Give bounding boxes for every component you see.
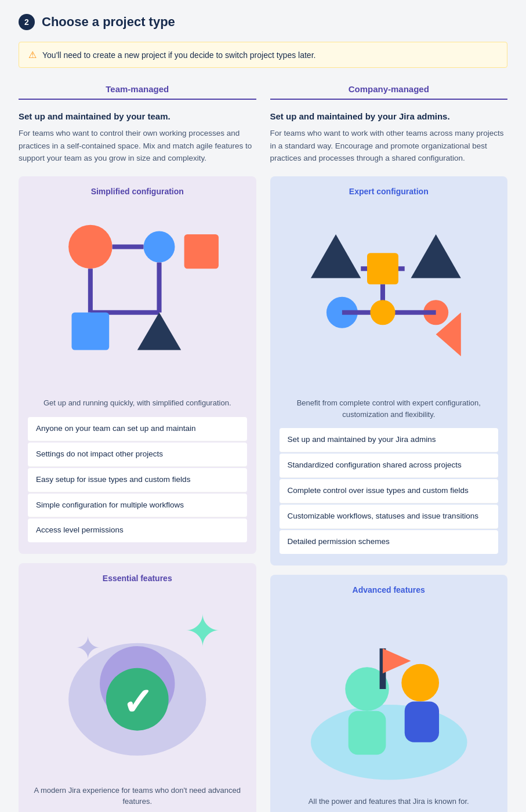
team-managed-desc-body: For teams who want to control their own … <box>19 127 256 165</box>
essential-icon: ✦ ✦ ✓ <box>28 590 247 778</box>
svg-marker-7 <box>137 313 181 350</box>
team-managed-desc-title: Set up and maintained by your team. <box>19 111 256 121</box>
list-item: Customizable workflows, statuses and iss… <box>280 505 499 529</box>
svg-text:✓: ✓ <box>122 681 153 723</box>
list-item: Detailed permission schemes <box>280 530 499 554</box>
svg-text:✦: ✦ <box>184 607 221 655</box>
warning-text: You'll need to create a new project if y… <box>42 50 315 60</box>
svg-marker-15 <box>310 234 360 278</box>
svg-rect-30 <box>404 701 438 742</box>
page-header: 2 Choose a project type <box>19 14 507 30</box>
simplified-feature-list: Anyone on your team can set up and maint… <box>28 417 247 542</box>
svg-marker-16 <box>411 234 460 278</box>
list-item: Simple configuration for multiple workfl… <box>28 494 247 518</box>
simplified-config-card: Simplified configuration <box>19 176 256 554</box>
expert-config-card: Expert configuration <box>270 176 508 566</box>
list-item: Standardized configuration shared across… <box>280 454 499 478</box>
list-item: Settings do not impact other projects <box>28 443 247 467</box>
advanced-features-desc: All the power and features that Jira is … <box>280 796 499 807</box>
list-item: Set up and maintained by your Jira admin… <box>280 428 499 452</box>
simplified-config-desc: Get up and running quickly, with simplif… <box>28 397 247 409</box>
svg-rect-28 <box>348 711 386 755</box>
advanced-icon <box>280 601 499 789</box>
expert-icon <box>280 203 499 391</box>
svg-rect-8 <box>184 234 219 269</box>
expert-config-desc: Benefit from complete control with exper… <box>280 397 499 420</box>
step-circle: 2 <box>19 14 35 30</box>
essential-features-card: Essential features ✦ ✦ ✓ A modern Jira e… <box>19 563 256 812</box>
svg-rect-17 <box>367 253 398 284</box>
company-managed-column: Company-managed Set up and maintained by… <box>270 84 508 812</box>
svg-rect-6 <box>72 313 110 350</box>
list-item: Complete control over issue types and cu… <box>280 479 499 503</box>
company-managed-header: Company-managed <box>270 84 508 100</box>
svg-point-1 <box>144 231 175 262</box>
team-managed-column: Team-managed Set up and maintained by yo… <box>19 84 256 812</box>
list-item: Anyone on your team can set up and maint… <box>28 417 247 441</box>
svg-point-24 <box>370 300 395 325</box>
warning-icon: ⚠ <box>28 49 37 60</box>
simplified-icon <box>28 203 247 391</box>
team-managed-header: Team-managed <box>19 84 256 100</box>
list-item: Easy setup for issue types and custom fi… <box>28 468 247 492</box>
svg-point-0 <box>68 225 112 269</box>
list-item: Access level permissions <box>28 519 247 542</box>
warning-banner: ⚠ You'll need to create a new project if… <box>19 42 507 68</box>
columns-container: Team-managed Set up and maintained by yo… <box>19 84 507 812</box>
essential-features-title: Essential features <box>28 574 247 583</box>
essential-features-desc: A modern Jira experience for teams who d… <box>28 785 247 807</box>
company-managed-desc-body: For teams who want to work with other te… <box>270 127 508 165</box>
page-title: Choose a project type <box>42 14 175 30</box>
company-managed-desc-title: Set up and maintained by your Jira admin… <box>270 111 508 121</box>
svg-point-26 <box>310 705 467 780</box>
svg-point-29 <box>401 664 439 702</box>
advanced-features-title: Advanced features <box>280 585 499 594</box>
expert-feature-list: Set up and maintained by your Jira admin… <box>280 428 499 553</box>
svg-text:✦: ✦ <box>75 630 101 665</box>
advanced-features-card: Advanced features All the power and feat… <box>270 575 508 812</box>
svg-marker-32 <box>382 648 411 673</box>
simplified-config-title: Simplified configuration <box>28 187 247 196</box>
expert-config-title: Expert configuration <box>280 187 499 196</box>
